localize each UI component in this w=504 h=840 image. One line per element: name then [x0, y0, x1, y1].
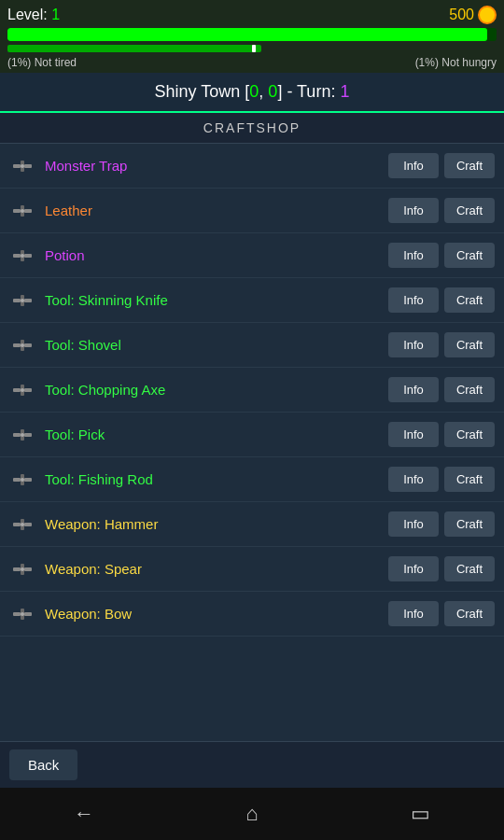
item-name: Potion	[45, 247, 381, 263]
svg-rect-0	[13, 164, 21, 168]
sub-progress-marker	[252, 45, 256, 52]
item-icon	[9, 511, 35, 538]
svg-rect-4	[13, 209, 21, 213]
svg-point-39	[21, 567, 24, 571]
info-button-10[interactable]: Info	[388, 601, 439, 626]
back-button[interactable]: Back	[9, 749, 77, 780]
svg-point-11	[21, 254, 24, 258]
item-name: Weapon: Hammer	[45, 516, 381, 532]
craftshop-label: CRAFTSHOP	[0, 113, 504, 144]
svg-rect-36	[13, 567, 21, 571]
list-item: Weapon: HammerInfoCraft	[0, 502, 504, 547]
info-button-2[interactable]: Info	[388, 243, 439, 268]
item-buttons: InfoCraft	[388, 511, 495, 537]
svg-point-19	[21, 343, 24, 347]
info-button-6[interactable]: Info	[388, 422, 439, 447]
coins-value: 500	[449, 7, 474, 23]
svg-rect-16	[13, 343, 21, 347]
svg-rect-34	[24, 523, 32, 526]
item-buttons: InfoCraft	[388, 153, 495, 178]
craft-button-1[interactable]: Craft	[444, 198, 495, 223]
sub-progress-fill	[7, 45, 261, 52]
svg-rect-40	[13, 612, 21, 616]
nav-home-button[interactable]: ⌂	[233, 795, 271, 833]
craft-button-8[interactable]: Craft	[444, 511, 495, 537]
svg-rect-42	[24, 612, 32, 616]
svg-rect-6	[24, 209, 32, 213]
item-name: Tool: Skinning Knife	[45, 292, 381, 308]
list-item: Tool: Chopping AxeInfoCraft	[0, 368, 504, 413]
nav-back-button[interactable]: ←	[65, 795, 103, 833]
list-item: Weapon: BowInfoCraft	[0, 592, 504, 637]
craft-button-3[interactable]: Craft	[444, 287, 495, 313]
list-item: Tool: ShovelInfoCraft	[0, 323, 504, 368]
item-icon	[9, 153, 35, 179]
item-buttons: InfoCraft	[388, 243, 495, 268]
list-item: Monster TrapInfoCraft	[0, 144, 504, 189]
craft-button-4[interactable]: Craft	[444, 332, 495, 357]
item-name: Tool: Chopping Axe	[45, 382, 381, 398]
svg-point-35	[21, 523, 24, 526]
svg-rect-32	[13, 523, 21, 526]
item-buttons: InfoCraft	[388, 467, 495, 492]
item-name: Tool: Shovel	[45, 337, 381, 353]
list-item: PotionInfoCraft	[0, 233, 504, 278]
item-name: Weapon: Bow	[45, 606, 381, 622]
craft-button-0[interactable]: Craft	[444, 153, 495, 178]
item-name: Weapon: Spear	[45, 561, 381, 577]
item-icon	[9, 198, 35, 224]
item-icon	[9, 556, 35, 582]
item-buttons: InfoCraft	[388, 377, 495, 402]
item-icon	[9, 243, 35, 269]
list-item: Weapon: SpearInfoCraft	[0, 547, 504, 592]
svg-point-43	[21, 612, 24, 616]
svg-rect-22	[24, 388, 32, 392]
svg-rect-30	[24, 478, 32, 482]
svg-point-3	[21, 164, 24, 168]
info-button-5[interactable]: Info	[388, 377, 439, 402]
item-icon	[9, 332, 35, 358]
item-icon	[9, 422, 35, 448]
town-name: Shiny Town [0, 0] - Turn: 1	[155, 82, 350, 101]
item-buttons: InfoCraft	[388, 198, 495, 223]
svg-rect-20	[13, 388, 21, 392]
svg-rect-12	[13, 299, 21, 302]
craft-button-2[interactable]: Craft	[444, 243, 495, 268]
svg-rect-28	[13, 478, 21, 482]
craft-button-9[interactable]: Craft	[444, 556, 495, 581]
item-buttons: InfoCraft	[388, 556, 495, 581]
craft-button-7[interactable]: Craft	[444, 467, 495, 492]
craft-button-5[interactable]: Craft	[444, 377, 495, 402]
town-header: Shiny Town [0, 0] - Turn: 1	[0, 73, 504, 113]
turn-label: Turn:	[297, 82, 335, 101]
level-label-text: Level:	[7, 7, 48, 22]
sub-progress-row	[7, 45, 497, 52]
svg-rect-38	[24, 567, 32, 571]
item-icon	[9, 287, 35, 314]
fatigue-label: (1%) Not tired	[7, 56, 77, 69]
town-coord-x: 0	[249, 82, 259, 101]
item-icon	[9, 377, 35, 403]
craft-button-10[interactable]: Craft	[444, 601, 495, 626]
level-label: Level: 1	[7, 7, 60, 23]
item-buttons: InfoCraft	[388, 422, 495, 447]
info-button-8[interactable]: Info	[388, 511, 439, 537]
town-coord-y: 0	[268, 82, 277, 101]
nav-recent-button[interactable]: ▭	[401, 795, 439, 833]
svg-rect-10	[24, 254, 32, 258]
info-button-1[interactable]: Info	[388, 198, 439, 223]
item-buttons: InfoCraft	[388, 332, 495, 357]
craft-button-6[interactable]: Craft	[444, 422, 495, 447]
list-item: Tool: Skinning KnifeInfoCraft	[0, 278, 504, 323]
info-button-9[interactable]: Info	[388, 556, 439, 581]
info-button-4[interactable]: Info	[388, 332, 439, 357]
fatigue-row: (1%) Not tired (1%) Not hungry	[7, 56, 497, 69]
svg-rect-24	[13, 433, 21, 437]
info-button-7[interactable]: Info	[388, 467, 439, 492]
shop-label-text: CRAFTSHOP	[203, 120, 301, 135]
svg-rect-14	[24, 299, 32, 302]
item-name: Tool: Pick	[45, 427, 381, 442]
item-buttons: InfoCraft	[388, 601, 495, 626]
info-button-0[interactable]: Info	[388, 153, 439, 178]
info-button-3[interactable]: Info	[388, 287, 439, 313]
